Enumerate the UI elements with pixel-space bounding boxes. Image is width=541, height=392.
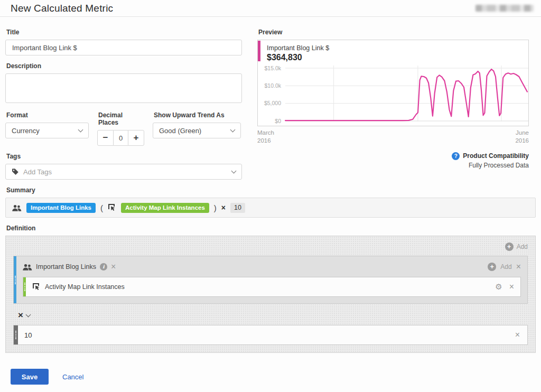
add-icon: +: [505, 242, 514, 251]
form-column: Title Description Format Currency Decima…: [5, 22, 242, 180]
plus-icon: +: [134, 133, 139, 143]
tag-icon: [12, 168, 19, 175]
chevron-down-icon: [231, 168, 237, 173]
decimal-value[interactable]: 0: [114, 130, 128, 146]
tags-select[interactable]: Add Tags: [5, 164, 242, 180]
x-axis-end-year: 2016: [515, 137, 529, 145]
preview-panel: Important Blog Link $ $364,830 $15.0k$10…: [257, 40, 529, 126]
drag-handle[interactable]: [23, 277, 26, 296]
minus-icon: −: [103, 133, 108, 143]
chevron-down-icon: [25, 312, 31, 318]
tags-label: Tags: [6, 153, 242, 160]
drag-handle[interactable]: [14, 256, 16, 303]
summary-close-paren: ): [214, 203, 217, 212]
trend-value: Good (Green): [159, 127, 227, 135]
compat-title: Product Compatibility: [463, 152, 529, 160]
multiply-operator: ×: [18, 311, 23, 320]
description-textarea[interactable]: [5, 73, 242, 103]
close-icon[interactable]: ×: [515, 331, 520, 339]
svg-text:$0: $0: [275, 118, 281, 124]
summary-bar: Important Blog Links ( Activity Map Link…: [5, 198, 536, 218]
metric-people-icon: [23, 263, 32, 271]
x-axis-end-month: June: [515, 129, 529, 137]
summary-label: Summary: [6, 186, 530, 194]
metric-container-title: Important Blog Links: [36, 263, 96, 270]
definition-add-label: Add: [517, 243, 528, 250]
save-button[interactable]: Save: [11, 369, 49, 385]
help-icon[interactable]: ?: [452, 152, 460, 160]
format-value: Currency: [12, 127, 74, 135]
product-compatibility: ? Product Compatibility Fully Processed …: [257, 152, 529, 169]
summary-open-paren: (: [100, 203, 103, 212]
metric-accent-bar: [258, 41, 260, 61]
tags-placeholder: Add Tags: [23, 168, 228, 176]
metric-people-icon: [12, 204, 22, 212]
definition-add-button[interactable]: + Add: [13, 241, 528, 252]
summary-dimension-pill: Activity Map Link Instances: [121, 203, 209, 213]
summary-metric-pill: Important Blog Links: [26, 203, 96, 213]
top-bar: New Calculated Metric: [0, 0, 541, 17]
drag-handle[interactable]: [14, 325, 18, 344]
x-axis-start-month: March: [257, 129, 274, 137]
chart-x-axis: March 2016 June 2016: [257, 129, 529, 145]
chevron-down-icon: [78, 127, 83, 132]
trend-label: Show Upward Trend As: [154, 111, 241, 119]
format-label: Format: [6, 111, 89, 119]
decimal-increment-button[interactable]: +: [128, 130, 144, 146]
format-select[interactable]: Currency: [5, 123, 89, 138]
operator-dropdown[interactable]: ×: [18, 311, 528, 320]
static-number-value: 10: [24, 331, 32, 339]
definition-label: Definition: [6, 225, 530, 232]
summary-multiply-operator: ×: [221, 203, 226, 212]
close-icon[interactable]: ×: [509, 283, 514, 291]
close-icon[interactable]: ×: [516, 263, 521, 271]
dimension-row[interactable]: Activity Map Link Instances ⚙ ×: [23, 277, 521, 297]
footer-actions: Save Cancel: [11, 369, 530, 385]
activity-map-cursor-icon: [108, 203, 116, 212]
x-axis-start-year: 2016: [257, 137, 274, 145]
preview-chart-svg: $15.0k$10.0k$5,000$0: [258, 63, 528, 126]
preview-metric-total: $364,830: [267, 53, 521, 62]
decimal-places-label: Decimal Places: [98, 111, 144, 126]
description-label: Description: [6, 62, 242, 70]
title-input[interactable]: [5, 40, 242, 55]
definition-canvas: + Add Important Blog Links i × + Add ×: [5, 236, 536, 353]
summary-operand: 10: [230, 203, 245, 213]
upward-trend-select[interactable]: Good (Green): [153, 123, 241, 138]
preview-metric-name: Important Blog Link $: [267, 44, 521, 52]
title-label: Title: [6, 29, 242, 36]
decimal-stepper: − 0 +: [97, 130, 144, 146]
static-number-row[interactable]: 10 ×: [13, 325, 528, 345]
redacted-account-info: [475, 5, 534, 12]
svg-text:$15.0k: $15.0k: [264, 65, 281, 71]
cancel-button[interactable]: Cancel: [62, 373, 83, 381]
chevron-down-icon: [230, 127, 236, 132]
dimension-row-label: Activity Map Link Instances: [45, 283, 125, 291]
gear-icon[interactable]: ⚙: [495, 283, 502, 291]
main-content: Title Description Format Currency Decima…: [0, 17, 541, 385]
add-icon: +: [488, 263, 496, 271]
info-icon[interactable]: i: [100, 263, 107, 270]
compat-subtitle: Fully Processed Data: [257, 162, 529, 169]
activity-map-cursor-icon: [32, 283, 41, 291]
preview-column: Preview Important Blog Link $ $364,830 $…: [257, 22, 529, 180]
close-icon[interactable]: ×: [111, 263, 116, 271]
svg-text:$10.0k: $10.0k: [264, 82, 281, 89]
container-add-button[interactable]: Add: [500, 263, 511, 270]
preview-label: Preview: [258, 29, 529, 36]
svg-text:$5,000: $5,000: [264, 100, 281, 106]
page-title: New Calculated Metric: [11, 3, 113, 14]
metric-container[interactable]: Important Blog Links i × + Add × Activit…: [13, 256, 528, 304]
decimal-decrement-button[interactable]: −: [97, 130, 114, 146]
